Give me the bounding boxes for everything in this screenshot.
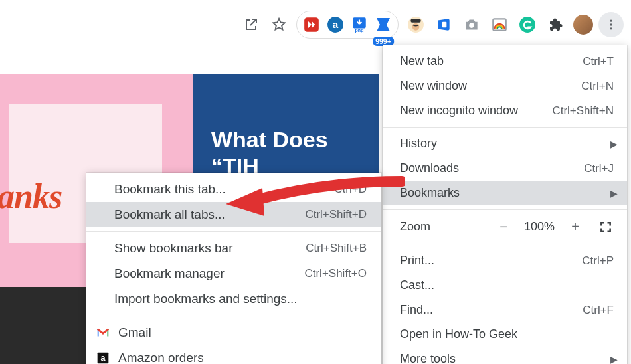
article-tile-text: anks bbox=[0, 177, 62, 216]
open-in-new-icon[interactable] bbox=[238, 11, 264, 38]
zoom-label: Zoom bbox=[400, 220, 488, 234]
chrome-main-menu: New tabCtrl+T New windowCtrl+N New incog… bbox=[383, 45, 627, 364]
ext-rainbow-icon[interactable] bbox=[486, 11, 513, 38]
ext-amazon-icon[interactable]: a bbox=[323, 13, 347, 37]
chevron-right-icon: ▶ bbox=[610, 188, 618, 199]
menu-new-incognito[interactable]: New incognito windowCtrl+Shift+N bbox=[383, 98, 627, 123]
menu-print[interactable]: Print...Ctrl+P bbox=[383, 248, 627, 273]
extensions-puzzle-icon[interactable] bbox=[542, 11, 569, 38]
menu-separator bbox=[383, 209, 627, 210]
svg-point-7 bbox=[412, 23, 420, 31]
browser-toolbar: a png 999+ bbox=[231, 8, 631, 41]
svg-text:a: a bbox=[101, 353, 106, 363]
svg-text:png: png bbox=[355, 28, 364, 33]
menu-zoom-row: Zoom − 100% + bbox=[383, 214, 627, 240]
svg-rect-8 bbox=[442, 22, 447, 28]
menu-bookmarks[interactable]: Bookmarks▶ bbox=[383, 181, 627, 205]
submenu-bookmark-gmail[interactable]: Gmail bbox=[86, 320, 381, 345]
menu-downloads[interactable]: DownloadsCtrl+J bbox=[383, 156, 627, 181]
submenu-import-bookmarks[interactable]: Import bookmarks and settings... bbox=[86, 286, 381, 312]
bookmarks-submenu: Bookmark this tab...Ctrl+D Bookmark all … bbox=[86, 173, 381, 364]
submenu-bookmark-manager[interactable]: Bookmark managerCtrl+Shift+O bbox=[86, 261, 381, 286]
star-icon[interactable] bbox=[266, 11, 292, 38]
ext-tag-icon[interactable] bbox=[430, 11, 457, 38]
article-headline-line: What Does “TIH bbox=[211, 127, 328, 179]
menu-separator bbox=[383, 244, 627, 244]
ext-png-download-icon[interactable]: png bbox=[347, 13, 371, 37]
zoom-in-button[interactable]: + bbox=[559, 219, 591, 234]
ext-fastforward-icon[interactable] bbox=[300, 13, 323, 37]
chevron-right-icon: ▶ bbox=[610, 354, 618, 365]
amazon-icon: a bbox=[94, 351, 112, 364]
zoom-value: 100% bbox=[519, 220, 559, 234]
profile-avatar[interactable] bbox=[570, 11, 596, 38]
submenu-bookmark-amazon[interactable]: a Amazon orders bbox=[86, 345, 381, 364]
submenu-bookmark-this-tab[interactable]: Bookmark this tab...Ctrl+D bbox=[86, 177, 381, 202]
svg-rect-6 bbox=[410, 19, 420, 22]
svg-point-13 bbox=[610, 23, 612, 25]
ext-avatar-hat-icon[interactable] bbox=[403, 11, 429, 38]
menu-history[interactable]: History▶ bbox=[383, 132, 627, 156]
extension-group: a png 999+ bbox=[296, 11, 399, 39]
menu-open-in[interactable]: Open in How-To Geek bbox=[383, 322, 627, 347]
menu-cast[interactable]: Cast... bbox=[383, 273, 627, 298]
svg-point-11 bbox=[519, 17, 535, 33]
svg-point-9 bbox=[469, 23, 474, 28]
menu-new-window[interactable]: New windowCtrl+N bbox=[383, 74, 627, 98]
chevron-right-icon: ▶ bbox=[610, 139, 618, 149]
gmail-icon bbox=[94, 325, 112, 340]
menu-new-tab[interactable]: New tabCtrl+T bbox=[383, 49, 627, 74]
fullscreen-icon[interactable] bbox=[591, 221, 620, 234]
menu-find[interactable]: Find...Ctrl+F bbox=[383, 298, 627, 322]
zoom-out-button[interactable]: − bbox=[488, 219, 519, 234]
menu-separator bbox=[86, 231, 381, 232]
svg-point-14 bbox=[610, 27, 612, 29]
submenu-bookmark-all-tabs[interactable]: Bookmark all tabs...Ctrl+Shift+D bbox=[86, 202, 381, 227]
svg-text:a: a bbox=[333, 19, 339, 30]
menu-more-tools[interactable]: More tools▶ bbox=[383, 347, 627, 364]
ext-flood-icon[interactable]: 999+ bbox=[371, 13, 395, 37]
menu-separator bbox=[383, 127, 627, 128]
svg-point-12 bbox=[610, 20, 612, 22]
ext-grammarly-icon[interactable] bbox=[514, 11, 541, 38]
chrome-menu-button[interactable] bbox=[598, 11, 624, 38]
ext-camera-icon[interactable] bbox=[458, 11, 485, 38]
submenu-show-bookmarks-bar[interactable]: Show bookmarks barCtrl+Shift+B bbox=[86, 236, 381, 261]
extension-badge: 999+ bbox=[373, 37, 394, 46]
menu-separator bbox=[86, 316, 381, 316]
